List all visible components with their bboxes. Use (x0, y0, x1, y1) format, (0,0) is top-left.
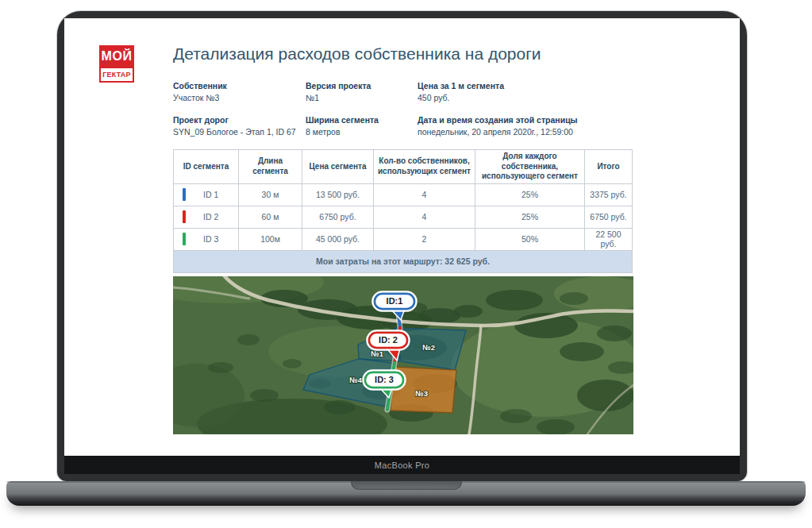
parcel-2-label: №2 (422, 343, 435, 352)
laptop-screen: МОЙ ГЕКТАР Детализация расходов собствен… (64, 18, 740, 456)
pin-1-label: ID:1 (387, 296, 403, 306)
segment-length-cell: 100м (239, 228, 302, 250)
segment-id-cell: ID 2 (174, 206, 239, 228)
laptop-base-notch (351, 481, 462, 490)
owners-count-cell: 2 (374, 228, 475, 250)
pin-3-label: ID: 3 (375, 375, 394, 384)
info-grid: Собственник Участок №3 Версия проекта №1… (173, 81, 649, 154)
segment-id-cell: ID 3 (174, 228, 239, 250)
table-footer-row: Мои затраты на этот маршрут: 32 625 руб. (174, 250, 633, 272)
segment-id-cell: ID 1 (174, 183, 239, 206)
col-header-owner-share: Доля каждого собственника, использующего… (475, 150, 585, 184)
segment-id-label: ID 3 (203, 234, 218, 244)
total-cell: 6750 руб. (585, 206, 633, 228)
total-cell: 3375 руб. (585, 183, 633, 206)
segment-1-color-marker (183, 188, 186, 201)
table-header-row: ID сегмента Длина сегмента Цена сегмента… (174, 150, 633, 184)
segment-3-color-marker (183, 233, 186, 245)
segment-price-cell: 6750 руб. (302, 206, 374, 228)
field-price-per-meter: Цена за 1 м сегмента 450 руб. (418, 81, 584, 103)
satellite-map: №1 №2 №3 №4 ID:1 (173, 276, 633, 434)
macbook-label: MacBook Pro (375, 461, 429, 470)
segment-id-label: ID 2 (203, 212, 218, 222)
table-row: ID 3 100м 45 000 руб. 2 50% 22 500 руб. (174, 228, 633, 250)
laptop-base (6, 481, 806, 506)
laptop-bottom-bezel: MacBook Pro (64, 456, 740, 474)
logo-line-2: ГЕКТАР (99, 67, 134, 83)
parcel-3-label: №3 (415, 389, 428, 398)
pin-2-label: ID: 2 (379, 335, 398, 345)
field-label: Цена за 1 м сегмента (418, 81, 584, 91)
col-header-segment-length: Длина сегмента (239, 150, 302, 184)
col-header-segment-id: ID сегмента (174, 150, 239, 184)
total-cell: 22 500 руб. (585, 228, 633, 250)
field-value: понедельник, 20 апреля 2020г., 12:59:00 (418, 127, 624, 137)
segment-price-cell: 13 500 руб. (302, 183, 374, 206)
segment-id-label: ID 1 (203, 190, 218, 199)
owner-share-cell: 25% (475, 206, 585, 228)
field-value: 450 руб. (418, 93, 584, 103)
page-title: Детализация расходов собственника на дор… (173, 44, 541, 64)
owners-count-cell: 4 (374, 206, 475, 228)
segment-length-cell: 60 м (239, 206, 302, 228)
field-created-datetime: Дата и время создания этой страницы поне… (418, 115, 624, 137)
col-header-owners-count: Кол-во собственников, использующих сегме… (374, 150, 475, 184)
laptop-lid: МОЙ ГЕКТАР Детализация расходов собствен… (57, 11, 747, 481)
segment-length-cell: 30 м (239, 183, 302, 206)
segment-2-color-marker (183, 210, 186, 223)
my-costs-total: Мои затраты на этот маршрут: 32 625 руб. (174, 250, 633, 272)
col-header-total: Итого (585, 150, 633, 184)
owners-count-cell: 4 (374, 183, 475, 206)
table-row: ID 2 60 м 6750 руб. 4 25% 6750 руб. (174, 206, 633, 228)
table-row: ID 1 30 м 13 500 руб. 4 25% 3375 руб. (174, 183, 633, 206)
col-header-segment-price: Цена сегмента (302, 150, 374, 184)
page: МОЙ ГЕКТАР Детализация расходов собствен… (0, 0, 812, 528)
logo-line-1: МОЙ (99, 45, 134, 67)
field-label: Дата и время создания этой страницы (418, 115, 624, 125)
segment-price-cell: 45 000 руб. (302, 228, 374, 250)
owner-share-cell: 50% (475, 228, 585, 250)
parcel-4-label: №4 (349, 376, 363, 384)
segments-table: ID сегмента Длина сегмента Цена сегмента… (173, 149, 633, 273)
moy-gektar-logo: МОЙ ГЕКТАР (99, 45, 134, 83)
owner-share-cell: 25% (475, 183, 585, 206)
